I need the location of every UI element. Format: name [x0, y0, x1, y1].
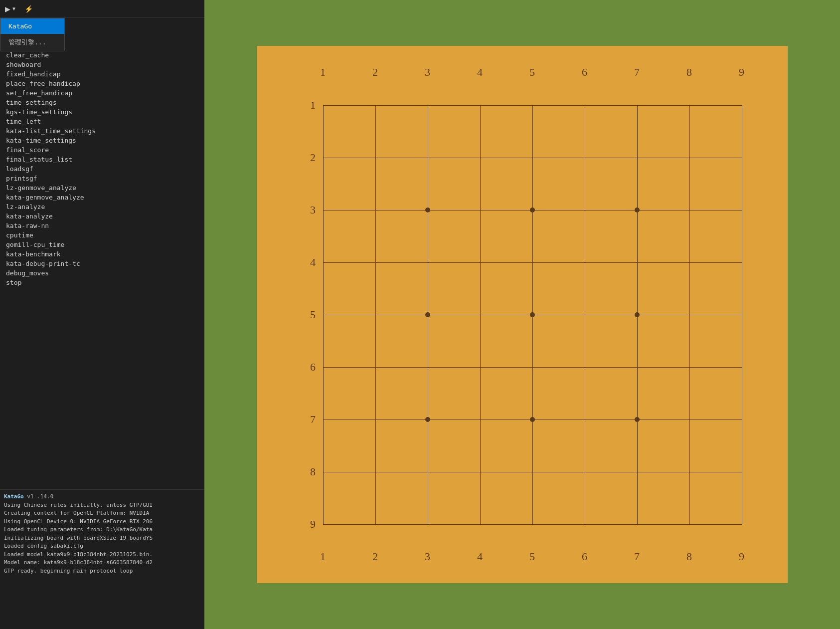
command-item[interactable]: lz-genmove_analyze [0, 183, 204, 193]
command-item[interactable]: fixed_handicap [0, 69, 204, 79]
col-label-top-3: 4 [454, 66, 506, 79]
command-item[interactable]: kata-genmove_analyze [0, 193, 204, 202]
grid-line-v [480, 105, 481, 524]
command-item[interactable]: time_settings [0, 98, 204, 107]
row-label-left-8: 9 [303, 498, 323, 550]
star-point-8 [635, 417, 640, 422]
col-label-top-5: 6 [558, 66, 611, 79]
col-label-bottom-0: 1 [297, 550, 349, 563]
star-point-4 [530, 312, 535, 317]
row-label-left-0: 1 [303, 79, 323, 131]
row-label-left-4: 5 [303, 288, 323, 341]
star-point-3 [425, 312, 430, 317]
command-item[interactable]: loadsgf [0, 164, 204, 174]
command-item[interactable]: kata-analyze [0, 211, 204, 221]
left-panel: ▶ ▼ ⚡ KataGo 管理引擎... genmovegenmove_debu… [0, 0, 204, 629]
command-item[interactable]: debug_moves [0, 268, 204, 278]
col-label-bottom-3: 4 [454, 550, 506, 563]
command-item[interactable]: kgs-time_settings [0, 107, 204, 117]
lightning-button[interactable]: ⚡ [21, 3, 36, 15]
command-item[interactable]: place_free_handicap [0, 79, 204, 88]
col-label-top-1: 2 [349, 66, 401, 79]
command-item[interactable]: stop [0, 278, 204, 287]
col-label-top-2: 3 [401, 66, 454, 79]
engine-dropdown: KataGo 管理引擎... [0, 18, 65, 51]
command-item[interactable]: final_status_list [0, 155, 204, 164]
col-label-top-0: 1 [297, 66, 349, 79]
log-line: Model name: kata9x9-b18c384nbt-s66035878… [4, 559, 200, 567]
grid-line-v [689, 105, 690, 524]
command-item[interactable]: lz-analyze [0, 202, 204, 211]
row-label-left-6: 7 [303, 393, 323, 445]
log-line: KataGo v1 .14.0 [4, 493, 200, 501]
command-item[interactable]: gomill-cpu_time [0, 240, 204, 249]
chevron-down-icon: ▼ [11, 6, 16, 11]
grid-line-h [323, 524, 742, 525]
command-item[interactable]: kata-raw-nn [0, 221, 204, 230]
col-label-top-4: 5 [506, 66, 558, 79]
right-panel: 123456789123456789123456789 [204, 0, 840, 629]
side-labels-left: 123456789 [303, 79, 323, 550]
row-label-left-7: 8 [303, 445, 323, 498]
log-line: Creating context for OpenCL Platform: NV… [4, 509, 200, 518]
row-label-left-3: 4 [303, 236, 323, 288]
grid-line-v [585, 105, 586, 524]
command-item[interactable]: set_free_handicap [0, 88, 204, 98]
log-line: Loaded tuning parameters from: D:\KataGo… [4, 526, 200, 534]
board-container: 123456789123456789123456789 [257, 46, 788, 583]
engine-katago[interactable]: KataGo [0, 18, 64, 34]
command-item[interactable]: kata-benchmark [0, 249, 204, 259]
col-label-bottom-2: 3 [401, 550, 454, 563]
star-point-2 [635, 208, 640, 212]
col-label-bottom-6: 7 [611, 550, 663, 563]
log-line: Loaded model kata9x9-b18c384nbt-20231025… [4, 551, 200, 559]
log-line: Initializing board with boardXSize 19 bo… [4, 534, 200, 543]
command-item[interactable]: clear_cache [0, 50, 204, 60]
command-item[interactable]: printsgf [0, 174, 204, 183]
grid-line-v [323, 105, 324, 524]
col-label-bottom-1: 2 [349, 550, 401, 563]
command-item[interactable]: kata-debug-print-tc [0, 259, 204, 268]
command-item[interactable]: showboard [0, 60, 204, 69]
star-point-5 [635, 312, 640, 317]
star-point-7 [530, 417, 535, 422]
command-item[interactable]: kata-list_time_settings [0, 126, 204, 136]
col-label-bottom-8: 9 [715, 550, 768, 563]
col-label-top-7: 8 [663, 66, 715, 79]
log-line: Loaded config sabaki.cfg [4, 542, 200, 551]
lightning-icon: ⚡ [24, 5, 33, 13]
board-with-coords: 123456789123456789123456789 [277, 66, 768, 563]
board-wrapper: 123456789123456789123456789 [277, 66, 768, 563]
log-area: KataGo v1 .14.0Using Chinese rules initi… [0, 489, 204, 629]
star-point-1 [530, 208, 535, 212]
row-label-left-1: 2 [303, 131, 323, 184]
toolbar: ▶ ▼ ⚡ KataGo 管理引擎... [0, 0, 204, 18]
board-mid-row: 123456789 [303, 79, 742, 550]
col-label-bottom-5: 6 [558, 550, 611, 563]
col-label-top-6: 7 [611, 66, 663, 79]
star-point-0 [425, 208, 430, 212]
grid-line-v [742, 105, 743, 524]
command-item[interactable]: kata-time_settings [0, 136, 204, 145]
col-label-bottom-4: 5 [506, 550, 558, 563]
log-line: Using Chinese rules initially, unless GT… [4, 501, 200, 510]
play-button[interactable]: ▶ ▼ [2, 3, 19, 15]
grid-line-v [375, 105, 376, 524]
play-icon: ▶ [5, 5, 10, 13]
col-label-bottom-7: 8 [663, 550, 715, 563]
row-label-left-5: 6 [303, 341, 323, 393]
bottom-coords: 123456789 [297, 550, 768, 563]
manage-engines[interactable]: 管理引擎... [0, 34, 64, 51]
row-label-left-2: 3 [303, 184, 323, 236]
command-item[interactable]: time_left [0, 117, 204, 126]
command-item[interactable]: cputime [0, 230, 204, 240]
command-list: genmovegenmove_debugsearch_debugclear_ca… [0, 18, 204, 489]
star-point-6 [425, 417, 430, 422]
top-coords: 123456789 [297, 66, 768, 79]
board-grid[interactable] [323, 105, 742, 524]
col-label-top-8: 9 [715, 66, 768, 79]
log-line: Using OpenCL Device 0: NVIDIA GeForce RT… [4, 518, 200, 526]
log-line: GTP ready, beginning main protocol loop [4, 567, 200, 576]
command-item[interactable]: final_score [0, 145, 204, 155]
